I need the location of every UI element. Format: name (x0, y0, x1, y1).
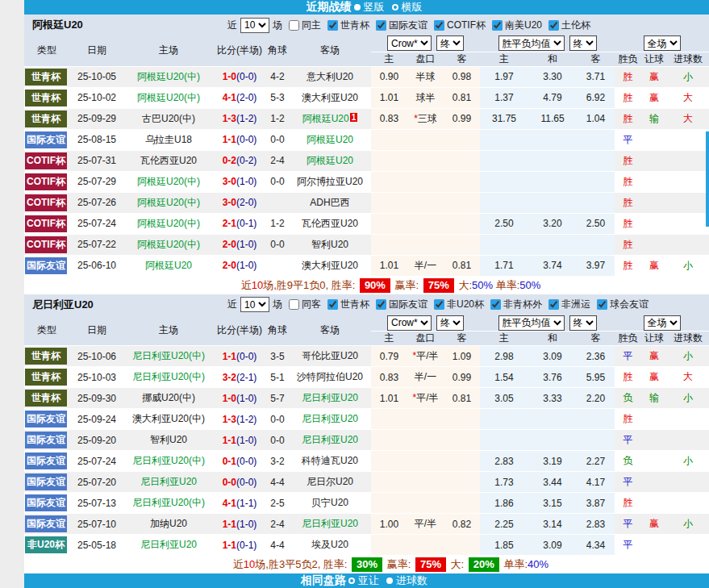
trend-option-label[interactable]: 亚让 (358, 573, 379, 588)
match-type-cell: 国际友谊 (24, 255, 69, 276)
avg-home-odds (480, 409, 528, 430)
home-team-name: 尼日利亚U20(中) (132, 350, 205, 361)
league-checkbox[interactable] (376, 20, 386, 31)
crow-odds-select[interactable]: Crow* (387, 315, 432, 331)
crow-away-odds: 0.98 (444, 66, 480, 87)
corner-score: 3-2 (266, 451, 289, 472)
away-team-name: 澳大利亚U20 (302, 260, 358, 271)
result-goals (667, 213, 709, 234)
fulltime-score: 1-1 (223, 134, 236, 145)
match-date: 25-07-20 (69, 472, 124, 493)
layout-radio[interactable] (392, 4, 398, 10)
trend-radio[interactable] (348, 578, 355, 584)
sub-header-4: 和 (528, 52, 577, 66)
fulltime-score: 4-1 (223, 92, 236, 103)
league-checkbox[interactable] (327, 20, 338, 31)
score-cell: 1-3(1-2) (213, 108, 266, 129)
league-checkbox[interactable] (490, 299, 501, 310)
wdl-average-select[interactable]: 胜平负均值 (498, 35, 565, 51)
league-checkbox[interactable] (548, 20, 559, 31)
summary-text: 40% (528, 558, 548, 570)
crow-away-odds: 0.81 (444, 388, 480, 409)
full-match-select[interactable]: 全场 (644, 35, 681, 51)
league-checkbox[interactable] (597, 299, 607, 310)
home-team-name: 尼日利亚U20(中) (132, 497, 205, 508)
layout-radio[interactable] (354, 4, 361, 10)
summary-text: 场,胜9平1负0, 胜率: (263, 279, 358, 291)
crow-final-select[interactable]: 终 (436, 315, 464, 331)
summary-text: 近 (241, 279, 252, 291)
league-label: 土伦杯 (561, 19, 590, 32)
crow-away-odds: 0.81 (444, 87, 480, 108)
handicap-line (407, 535, 444, 556)
section-nigeria-u20: 尼日利亚U20 近10场同客世青杯国际友谊非U20杯非青杯外非洲运球会友谊 类型… (24, 294, 709, 574)
away-team-name: 澳大利亚U20 (302, 92, 358, 103)
crow-odds-select[interactable]: Crow* (387, 35, 432, 51)
avg-away-odds (577, 129, 615, 150)
match-type-cell: COTIF杯 (24, 192, 69, 213)
fulltime-score: 0-2 (223, 155, 236, 166)
avg-home-odds (480, 430, 528, 451)
handicap-star: * (412, 392, 416, 403)
table-row: 国际友谊25-07-24尼日利亚U20(中)0-1(0-0)3-2科特迪瓦U20… (24, 451, 709, 472)
league-checkbox[interactable] (376, 299, 386, 310)
sub-header-6: 胜负 (615, 52, 641, 66)
avg-final-select[interactable]: 终 (569, 315, 597, 331)
league-checkbox[interactable] (492, 20, 503, 31)
away-team-name: 尼日利亚U20 (302, 392, 358, 403)
avg-final-select[interactable]: 终 (569, 35, 597, 51)
corner-score: 5-1 (266, 367, 289, 388)
crow-away-odds (444, 213, 480, 234)
match-type-cell: COTIF杯 (24, 234, 69, 255)
column-header-away: 客场 (289, 35, 371, 66)
table-row: 非U20杯25-05-18尼日利亚U201-1(0-1)4-4埃及U201.85… (24, 535, 709, 556)
league-checkbox[interactable] (327, 299, 338, 310)
avg-draw-odds (528, 129, 577, 150)
result-wdl: 胜 (615, 493, 641, 514)
layout-option-label[interactable]: 竖版 (364, 0, 385, 15)
league-checkbox[interactable] (548, 299, 559, 310)
trend-option-label[interactable]: 进球数 (396, 573, 427, 588)
column-header-away: 客场 (289, 315, 371, 346)
league-checkbox[interactable] (434, 299, 444, 310)
scrollbar-thumb[interactable] (706, 131, 709, 227)
result-handicap: 赢 (641, 346, 667, 367)
same-venue-checkbox[interactable] (289, 299, 299, 310)
team-name: 阿根廷U20 (24, 18, 226, 32)
avg-home-odds (480, 234, 528, 255)
handicap-line: 半球 (407, 66, 444, 87)
home-team-cell: 澳大利亚U20(中) (124, 409, 213, 430)
league-label: 球会友谊 (610, 298, 649, 311)
league-tag: COTIF杯 (25, 215, 67, 232)
result-goals (667, 150, 709, 171)
league-checkbox[interactable] (434, 20, 444, 31)
sub-header-2: 客 (444, 332, 480, 346)
avg-away-odds: 2.36 (577, 346, 615, 367)
away-team-name: 科特迪瓦U20 (302, 455, 358, 466)
avg-draw-odds: 3.15 (528, 493, 577, 514)
match-count-select[interactable]: 10 (240, 18, 269, 33)
score-cell: 1-1(0-0) (213, 129, 266, 150)
card-badge: 1 (350, 113, 358, 122)
result-handicap (641, 430, 667, 451)
wdl-average-select[interactable]: 胜平负均值 (498, 315, 565, 331)
layout-option-label[interactable]: 横版 (402, 0, 423, 15)
halftime-score: (0-0) (236, 456, 256, 467)
crow-away-odds (444, 430, 480, 451)
result-goals: 小 (667, 514, 709, 535)
crow-final-select[interactable]: 终 (436, 35, 464, 51)
table-row: COTIF杯25-07-31瓦伦西亚U200-2(0-2)2-4阿根廷U20胜 (24, 150, 709, 171)
trend-radio[interactable] (386, 578, 393, 584)
avg-away-odds (577, 150, 615, 171)
away-team-cell: 尼日利亚U20 (289, 430, 371, 451)
home-team-name: 阿根廷U20(中) (137, 71, 200, 82)
same-venue-checkbox[interactable] (289, 20, 299, 31)
halftime-score: (0-2) (236, 155, 256, 166)
handicap-line (407, 430, 444, 451)
match-count-select[interactable]: 10 (240, 297, 269, 312)
avg-draw-odds: 3.09 (528, 346, 577, 367)
halftime-score: (1-0) (236, 435, 256, 446)
halftime-score: (1-0) (236, 260, 256, 271)
full-match-select[interactable]: 全场 (644, 315, 681, 331)
avg-home-odds: 2.50 (480, 213, 528, 234)
